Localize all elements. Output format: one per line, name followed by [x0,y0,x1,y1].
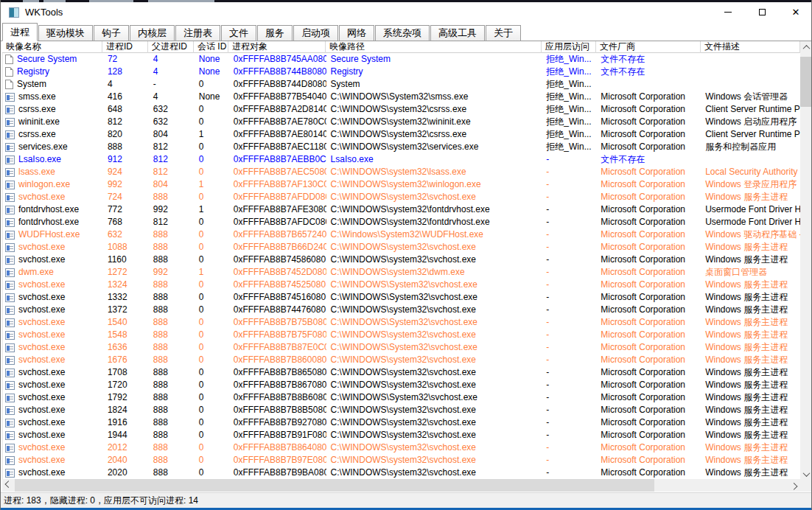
vertical-scrollbar[interactable] [800,41,812,481]
table-row[interactable]: Registry1284None0xFFFFAB8B744B8080Regist… [3,66,800,78]
table-row[interactable]: svchost.exe116088800xFFFFAB8B74586080C:\… [3,254,800,266]
column-header-8[interactable]: 文件厂商 [596,41,701,53]
cell-name: csrss.exe [3,103,103,116]
table-row[interactable]: svchost.exe108888800xFFFFAB8B7B66D240C:\… [3,241,800,254]
cell-desc: Windows 服务主进程 [701,366,800,379]
column-header-4[interactable]: 会话 ID [194,41,228,53]
table-row[interactable]: csrss.exe64863200xFFFFAB8B7A2D8140C:\WIN… [3,103,800,116]
tab-驱动模块[interactable]: 驱动模块 [38,25,93,41]
tab-进程[interactable]: 进程 [2,23,38,41]
table-row[interactable]: csrss.exe82080410xFFFFAB8B7AE80140C:\WIN… [3,128,800,141]
cell-path: C:\WINDOWS\system32\svchost.exe [326,454,542,467]
table-row[interactable]: fontdrvhost.exe76881200xFFFFAB8B7AFDC080… [3,216,800,228]
table-row[interactable]: svchost.exe72488800xFFFFAB8B7AFDD080C:\W… [3,191,800,203]
tab-启动项[interactable]: 启动项 [293,25,338,41]
tab-高级工具[interactable]: 高级工具 [430,25,485,41]
table-row[interactable]: svchost.exe170888800xFFFFAB8B7B865080C:\… [3,366,800,379]
table-row[interactable]: winlogon.exe99280410xFFFFAB8B7AF130C0C:\… [3,178,800,191]
table-row[interactable]: svchost.exe182488800xFFFFAB8B7B8B5080C:\… [3,404,800,416]
table-row[interactable]: svchost.exe202088800xFFFFAB8B7B9BA080C:\… [3,467,800,479]
table-row[interactable]: svchost.exe167688800xFFFFAB8B7B860080C:\… [3,354,800,366]
titlebar[interactable]: WKTools ✕ [1,2,812,22]
cell-object: 0xFFFFAB8B7452D080 [229,266,326,279]
table-row[interactable]: System4-00xFFFFAB8B744D8080System拒绝_Win.… [3,78,800,91]
table-row[interactable]: svchost.exe179288800xFFFFAB8B7B8B6080C:\… [3,391,800,404]
process-name: wininit.exe [18,116,60,128]
table-row[interactable]: svchost.exe191688800xFFFFAB8B7B927080C:\… [3,416,800,429]
horizontal-scroll-thumb[interactable] [15,479,654,492]
scroll-up-button[interactable] [800,41,812,54]
horizontal-scrollbar[interactable] [2,479,800,492]
application-icon [5,318,15,327]
column-header-5[interactable]: 进程对象 [228,41,326,53]
process-name: svchost.exe [18,291,65,304]
tab-注册表[interactable]: 注册表 [175,25,220,41]
cell-path: C:\WINDOWS\system32\wininit.exe [326,116,542,128]
cell-vendor: Microsoft Corporation [596,178,701,191]
tab-网络[interactable]: 网络 [339,25,374,41]
tab-服务[interactable]: 服务 [257,25,293,41]
cell-session: 0 [195,291,229,304]
table-row[interactable]: svchost.exe204088800xFFFFAB8B7B97E080C:\… [3,454,800,467]
process-name: LsaIso.exe [18,153,61,166]
tab-系统杂项[interactable]: 系统杂项 [375,25,430,41]
cell-vendor: 文件不存在 [596,66,701,78]
column-header-3[interactable]: 父进程ID [148,41,194,53]
table-row[interactable]: WUDFHost.exe63288800xFFFFAB8B7B657240C:\… [3,228,800,241]
cell-name: Registry [3,66,103,78]
cell-access: - [542,429,596,441]
scroll-right-button[interactable] [788,479,800,492]
table-row[interactable]: services.exe88881200xFFFFAB8B7AEC1180C:\… [3,141,800,153]
table-row[interactable]: svchost.exe154088800xFFFFAB8B7B75B080C:\… [3,316,800,329]
table-row[interactable]: smss.exe4164None0xFFFFAB8B77B54040C:\WIN… [3,91,800,103]
process-name: svchost.exe [18,379,65,391]
table-row[interactable]: wininit.exe81263200xFFFFAB8B7AE780C0C:\W… [3,116,800,128]
table-row[interactable]: Secure System724None0xFFFFAB8B745AA080Se… [3,53,800,66]
vertical-scroll-thumb[interactable] [800,57,812,107]
cell-session: None [195,91,229,103]
cell-name: svchost.exe [3,254,103,266]
cell-access: - [542,191,596,203]
application-icon [5,356,15,365]
table-row[interactable]: svchost.exe172088800xFFFFAB8B7B867080C:\… [3,379,800,391]
cell-name: fontdrvhost.exe [3,216,103,228]
column-header-2[interactable]: 进程ID [102,41,148,53]
column-header-9[interactable]: 文件描述 [701,41,800,53]
tab-内核层[interactable]: 内核层 [130,25,175,41]
table-row[interactable]: fontdrvhost.exe77299210xFFFFAB8B7AFE3080… [3,203,800,216]
cell-desc: 桌面窗口管理器 [701,266,800,279]
cell-ppid: 888 [149,391,195,404]
cell-name: lsass.exe [3,166,103,178]
table-row[interactable]: svchost.exe163688800xFFFFAB8B7B87E0C0C:\… [3,341,800,354]
table-row[interactable]: svchost.exe133288800xFFFFAB8B74516080C:\… [3,291,800,304]
table-row[interactable]: svchost.exe137288800xFFFFAB8B74476080C:\… [3,304,800,316]
cell-ppid: 812 [149,141,195,153]
maximize-button[interactable] [745,2,779,22]
minimize-button[interactable] [711,2,745,22]
cell-path: C:\Windows\System32\WUDFHost.exe [326,228,542,241]
application-icon [5,306,15,315]
chevron-right-icon [791,483,798,490]
cell-path: C:\WINDOWS\system32\fontdrvhost.exe [326,203,542,216]
table-row[interactable]: dwm.exe127299210xFFFFAB8B7452D080C:\WIND… [3,266,800,279]
process-name: svchost.exe [18,391,65,404]
table-row[interactable]: svchost.exe201288800xFFFFAB8B7B864080C:\… [3,441,800,454]
table-row[interactable]: svchost.exe154888800xFFFFAB8B7B75F080C:\… [3,329,800,341]
table-row[interactable]: LsaIso.exe91281200xFFFFAB8B7AEBB0C0LsaIs… [3,153,800,166]
cell-path: C:\WINDOWS\system32\svchost.exe [326,241,542,254]
process-name: svchost.exe [18,254,65,266]
table-row[interactable]: svchost.exe132488800xFFFFAB8B74525080C:\… [3,279,800,291]
close-button[interactable]: ✕ [779,2,812,22]
tab-关于[interactable]: 关于 [486,25,521,41]
tab-钩子[interactable]: 钩子 [94,25,129,41]
table-row[interactable]: lsass.exe92481200xFFFFAB8B7AEC5080C:\WIN… [3,166,800,178]
cell-name: svchost.exe [3,191,103,203]
column-header-6[interactable]: 映像路径 [326,41,542,53]
process-table: Secure System724None0xFFFFAB8B745AA080Se… [2,53,800,479]
column-header-7[interactable]: 应用层访问 [542,41,596,53]
column-header-1[interactable]: 映像名称 [2,41,102,53]
cell-access: - [542,166,596,178]
scroll-left-button[interactable] [2,479,15,492]
tab-文件[interactable]: 文件 [221,25,256,41]
table-row[interactable]: svchost.exe194488800xFFFFAB8B7B91F080C:\… [3,429,800,441]
